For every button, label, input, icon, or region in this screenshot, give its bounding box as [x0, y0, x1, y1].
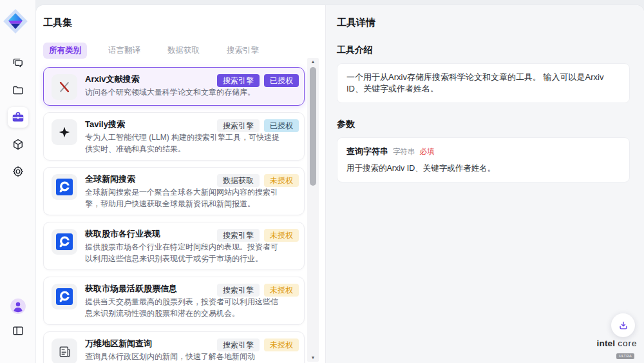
download-button[interactable] — [611, 313, 635, 337]
status-badge: 已授权 — [264, 119, 299, 132]
arxiv-icon — [52, 74, 77, 100]
rail-item-panel[interactable] — [8, 320, 28, 341]
tool-card[interactable]: Arxiv文献搜索 访问各个研究领域大量科学论文和文章的存储库。 搜索引擎 已授… — [43, 67, 305, 106]
core-brand-text: core — [618, 338, 637, 348]
rail-bottom — [0, 296, 36, 341]
param-type: 字符串 — [393, 147, 415, 157]
tool-card[interactable]: 获取股市各行业表现 提供股票市场各个行业在特定时间段内的表现。投资者可以利用这些… — [43, 222, 305, 270]
rail-item-toolbox[interactable] — [8, 107, 28, 128]
scroll-down-icon[interactable]: ▼ — [307, 354, 319, 362]
user-avatar-icon — [10, 298, 26, 315]
params-heading: 参数 — [337, 119, 630, 130]
tab-all[interactable]: 所有类别 — [43, 43, 87, 59]
tool-card[interactable]: 获取市场最活跃股票信息 提供当天交易量最高的股票列表，投资者可以利用这些信息来识… — [43, 277, 305, 325]
tool-card[interactable]: 全球新闻搜索 全球新闻搜索是一个聚合全球各大新闻网站内容的搜索引擎，帮助用户快速… — [43, 167, 305, 215]
main-panel: 工具集 所有类别语言翻译数据获取搜索引擎 Arxiv文献搜索 访问各个研究领域大… — [36, 5, 644, 363]
folder-icon — [12, 84, 24, 97]
scroll-up-icon[interactable]: ▲ — [307, 58, 319, 66]
download-icon — [618, 320, 629, 331]
category-tabs: 所有类别语言翻译数据获取搜索引擎 — [43, 43, 325, 59]
panel-toggle-icon — [12, 324, 24, 337]
detail-title: 工具详情 — [337, 17, 630, 29]
juhe-icon — [52, 284, 77, 309]
tool-description: 访问各个研究领域大量科学论文和文章的存储库。 — [85, 86, 279, 98]
status-badge: 未授权 — [264, 174, 299, 187]
tool-list-section: 工具集 所有类别语言翻译数据获取搜索引擎 Arxiv文献搜索 访问各个研究领域大… — [36, 5, 325, 363]
rail-item-cube[interactable] — [8, 134, 28, 155]
chat-icon — [12, 57, 24, 70]
tool-description: 全球新闻搜索是一个聚合全球各大新闻网站内容的搜索引擎，帮助用户快速获取全球最新资… — [85, 186, 279, 210]
cube-icon — [12, 138, 24, 151]
app-logo[interactable] — [2, 8, 29, 35]
param-box: 查询字符串 字符串 必填 用于搜索的Arxiv ID、关键字或作者姓名。 — [337, 137, 630, 182]
category-badge: 搜索引擎 — [217, 229, 260, 242]
tool-description: 提供股票市场各个行业在特定时间段内的表现。投资者可以利用这些信息来识别表现优于或… — [85, 241, 279, 264]
tool-description: 提供当天交易量最高的股票列表，投资者可以利用这些信息来识别流动性强的股票和潜在的… — [85, 296, 279, 319]
param-description: 用于搜索的Arxiv ID、关键字或作者姓名。 — [346, 163, 620, 174]
tab-search[interactable]: 搜索引擎 — [221, 43, 265, 59]
rail-nav — [0, 53, 35, 182]
diamond-logo-icon — [2, 8, 29, 35]
intro-box: 一个用于从Arxiv存储库搜索科学论文和文章的工具。 输入可以是Arxiv ID… — [337, 63, 630, 103]
param-required-badge: 必填 — [420, 147, 435, 157]
tool-description: 查询具体行政区划内的新闻，快速了解各地新闻动 — [85, 351, 279, 362]
toolbox-icon — [11, 110, 25, 124]
tool-card-list: Arxiv文献搜索 访问各个研究领域大量科学论文和文章的存储库。 搜索引擎 已授… — [43, 67, 305, 363]
intro-text: 一个用于从Arxiv存储库搜索科学论文和文章的工具。 输入可以是Arxiv ID… — [346, 72, 620, 95]
page-title: 工具集 — [43, 17, 325, 29]
status-badge: 未授权 — [264, 284, 299, 297]
gear-icon — [12, 165, 24, 178]
newspaper-icon — [52, 338, 77, 363]
param-name: 查询字符串 — [346, 146, 388, 157]
scrollbar-thumb[interactable] — [310, 67, 316, 186]
status-badge: 未授权 — [264, 338, 299, 351]
juhe-icon — [52, 229, 77, 255]
tavily-icon — [52, 119, 77, 145]
tool-description: 专为人工智能代理 (LLM) 构建的搜索引擎工具，可快速提供实时、准确和真实的结… — [85, 132, 279, 155]
tool-card[interactable]: 万维地区新闻查询 查询具体行政区划内的新闻，快速了解各地新闻动 搜索引擎 未授权 — [43, 331, 305, 363]
category-badge: 搜索引擎 — [217, 119, 260, 132]
tab-translate[interactable]: 语言翻译 — [102, 43, 146, 59]
category-badge: 搜索引擎 — [217, 338, 260, 351]
ultra-badge: ULTRA — [616, 353, 634, 359]
tool-detail-section: 工具详情 工具介绍 一个用于从Arxiv存储库搜索科学论文和文章的工具。 输入可… — [325, 5, 644, 363]
rail-item-user[interactable] — [8, 296, 28, 317]
category-badge: 数据获取 — [217, 174, 260, 187]
status-badge: 已授权 — [264, 74, 299, 87]
category-badge: 搜索引擎 — [217, 284, 260, 297]
tab-data[interactable]: 数据获取 — [162, 43, 205, 59]
status-badge: 未授权 — [264, 229, 299, 242]
intro-heading: 工具介绍 — [337, 44, 630, 56]
left-rail — [0, 0, 36, 363]
intel-brand-text: intel — [597, 338, 616, 348]
rail-item-settings[interactable] — [8, 161, 28, 182]
intel-core-logo: intel core ULTRA — [594, 338, 640, 360]
rail-item-folder[interactable] — [8, 80, 28, 101]
juhe-icon — [52, 174, 77, 200]
tool-card[interactable]: Tavily搜索 专为人工智能代理 (LLM) 构建的搜索引擎工具，可快速提供实… — [43, 112, 305, 161]
category-badge: 搜索引擎 — [217, 74, 260, 87]
scrollbar[interactable]: ▲ ▼ — [307, 58, 319, 362]
rail-item-chat[interactable] — [8, 53, 28, 74]
